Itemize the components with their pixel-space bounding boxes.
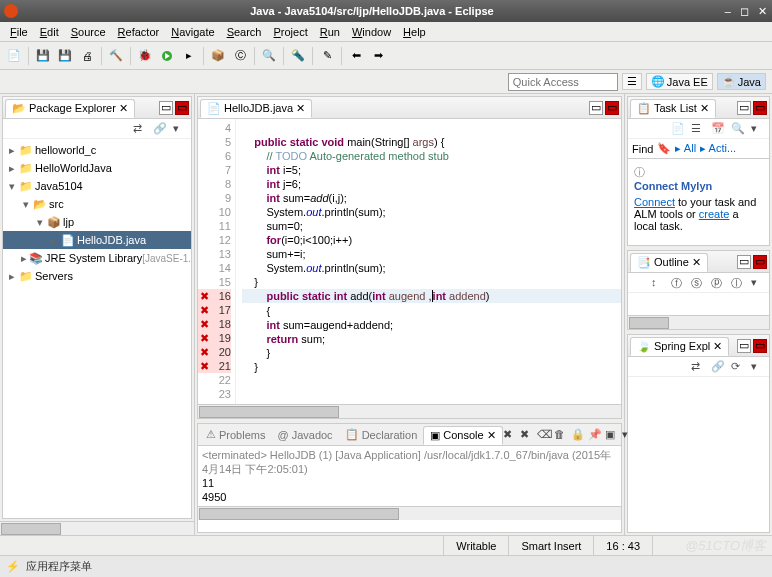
outline-menu-icon[interactable]: ▾ <box>751 276 765 290</box>
focus-icon[interactable]: 🔍 <box>731 122 745 136</box>
editor-code[interactable]: public static void main(String[] args) {… <box>236 119 621 404</box>
debug-button[interactable]: 🐞 <box>135 46 155 66</box>
forward-button[interactable]: ➡ <box>368 46 388 66</box>
package-explorer-tree[interactable]: ▸📁helloworld_c▸📁HelloWorldJava▾📁Java5104… <box>3 139 191 518</box>
menu-edit[interactable]: Edit <box>34 24 65 40</box>
outline-scrollbar[interactable] <box>628 315 769 329</box>
terminate-icon[interactable]: ✖ <box>503 428 517 442</box>
minimize-outline-button[interactable]: ▭ <box>737 255 751 269</box>
open-type-button[interactable]: 🔍 <box>259 46 279 66</box>
menu-search[interactable]: Search <box>221 24 268 40</box>
hide-static-icon[interactable]: ⓢ <box>691 276 705 290</box>
perspective-javaee[interactable]: 🌐 Java EE <box>646 73 713 90</box>
run-last-button[interactable]: ▸ <box>179 46 199 66</box>
link-editor-icon[interactable]: 🔗 <box>153 122 167 136</box>
tree-item-helloworldjava[interactable]: ▸📁HelloWorldJava <box>3 159 191 177</box>
toggle-mark-button[interactable]: ✎ <box>317 46 337 66</box>
spring-tab[interactable]: 🍃 Spring Expl ✕ <box>630 337 729 356</box>
spring-link-icon[interactable]: 🔗 <box>711 360 725 374</box>
minimize-view-button[interactable]: ▭ <box>159 101 173 115</box>
build-button[interactable]: 🔨 <box>106 46 126 66</box>
task-list-tab[interactable]: 📋 Task List ✕ <box>630 99 716 118</box>
minimize-tasklist-button[interactable]: ▭ <box>737 101 751 115</box>
maximize-spring-button[interactable]: ▭ <box>753 339 767 353</box>
outline-tab[interactable]: 📑 Outline ✕ <box>630 253 708 272</box>
new-button[interactable]: 📄 <box>4 46 24 66</box>
new-class-button[interactable]: Ⓒ <box>230 46 250 66</box>
display-console-icon[interactable]: ▣ <box>605 428 619 442</box>
console-output[interactable]: <terminated> HelloJDB (1) [Java Applicat… <box>198 446 621 506</box>
tree-item-helloworld-c[interactable]: ▸📁helloworld_c <box>3 141 191 159</box>
schedule-icon[interactable]: 📅 <box>711 122 725 136</box>
maximize-outline-button[interactable]: ▭ <box>753 255 767 269</box>
new-package-button[interactable]: 📦 <box>208 46 228 66</box>
menu-refactor[interactable]: Refactor <box>112 24 166 40</box>
categorize-icon[interactable]: ☰ <box>691 122 705 136</box>
console-scrollbar[interactable] <box>198 506 621 520</box>
spring-refresh-icon[interactable]: ⟳ <box>731 360 745 374</box>
menu-run[interactable]: Run <box>314 24 346 40</box>
left-scrollbar[interactable] <box>0 521 194 535</box>
tree-item-ljp[interactable]: ▾📦ljp <box>3 213 191 231</box>
menu-project[interactable]: Project <box>268 24 314 40</box>
quick-access-input[interactable] <box>508 73 618 91</box>
minimize-button[interactable]: – <box>722 5 734 17</box>
open-console-icon[interactable]: ▾ <box>622 428 636 442</box>
minimize-editor-button[interactable]: ▭ <box>589 101 603 115</box>
print-button[interactable]: 🖨 <box>77 46 97 66</box>
tasklist-menu-icon[interactable]: ▾ <box>751 122 765 136</box>
editor-scrollbar[interactable] <box>198 404 621 418</box>
open-perspective-button[interactable]: ☰ <box>622 73 642 90</box>
close-button[interactable]: ✕ <box>756 5 768 18</box>
maximize-view-button[interactable]: ▭ <box>175 101 189 115</box>
mylyn-create-link[interactable]: create <box>699 208 730 220</box>
tab-declaration[interactable]: 📋 Declaration <box>339 426 424 443</box>
collapse-all-icon[interactable]: ⇄ <box>133 122 147 136</box>
tree-item-servers[interactable]: ▸📁Servers <box>3 267 191 285</box>
tab-problems[interactable]: ⚠ Problems <box>200 426 271 443</box>
find-all-link[interactable]: ▸ All <box>675 142 696 155</box>
package-explorer-tab[interactable]: 📂 Package Explorer ✕ <box>5 99 135 118</box>
save-button[interactable]: 💾 <box>33 46 53 66</box>
editor-body[interactable]: 4567891011121314151617181920212223 publi… <box>198 119 621 404</box>
tree-item-java5104[interactable]: ▾📁Java5104 <box>3 177 191 195</box>
view-menu-icon[interactable]: ▾ <box>173 122 187 136</box>
menu-source[interactable]: Source <box>65 24 112 40</box>
tab-javadoc[interactable]: @ Javadoc <box>271 427 338 443</box>
search-button[interactable]: 🔦 <box>288 46 308 66</box>
maximize-tasklist-button[interactable]: ▭ <box>753 101 767 115</box>
back-button[interactable]: ⬅ <box>346 46 366 66</box>
remove-launch-icon[interactable]: ✖ <box>520 428 534 442</box>
mylyn-connect-link[interactable]: Connect <box>634 196 675 208</box>
maximize-button[interactable]: ◻ <box>739 5 751 18</box>
apps-menu-label[interactable]: 应用程序菜单 <box>26 559 92 574</box>
tree-item-hellojdb-java[interactable]: ▸📄HelloJDB.java <box>3 231 191 249</box>
scroll-lock-icon[interactable]: 🔒 <box>571 428 585 442</box>
sort-icon[interactable]: ↕ <box>651 276 665 290</box>
hide-local-icon[interactable]: ⓛ <box>731 276 745 290</box>
run-button[interactable] <box>157 46 177 66</box>
tab-console[interactable]: ▣ Console ✕ <box>423 426 502 445</box>
spring-collapse-icon[interactable]: ⇄ <box>691 360 705 374</box>
menu-help[interactable]: Help <box>397 24 432 40</box>
menu-file[interactable]: File <box>4 24 34 40</box>
find-activate-link[interactable]: ▸ Acti... <box>700 142 736 155</box>
hide-fields-icon[interactable]: ⓕ <box>671 276 685 290</box>
remove-all-icon[interactable]: ⌫ <box>537 428 551 442</box>
clear-console-icon[interactable]: 🗑 <box>554 428 568 442</box>
menu-navigate[interactable]: Navigate <box>165 24 220 40</box>
apps-menu-icon[interactable]: ⚡ <box>6 560 20 573</box>
outline-header: 📑 Outline ✕ ▭ ▭ <box>628 251 769 273</box>
minimize-spring-button[interactable]: ▭ <box>737 339 751 353</box>
menu-window[interactable]: Window <box>346 24 397 40</box>
new-task-icon[interactable]: 📄 <box>671 122 685 136</box>
spring-filter-icon[interactable]: ▾ <box>751 360 765 374</box>
pin-console-icon[interactable]: 📌 <box>588 428 602 442</box>
perspective-java[interactable]: ☕ Java <box>717 73 766 90</box>
hide-nonpublic-icon[interactable]: ⓟ <box>711 276 725 290</box>
editor-tab[interactable]: 📄 HelloJDB.java ✕ <box>200 99 312 118</box>
tree-item-jre-system-library[interactable]: ▸📚JRE System Library [JavaSE-1.7] <box>3 249 191 267</box>
maximize-editor-button[interactable]: ▭ <box>605 101 619 115</box>
save-all-button[interactable]: 💾 <box>55 46 75 66</box>
tree-item-src[interactable]: ▾📂src <box>3 195 191 213</box>
